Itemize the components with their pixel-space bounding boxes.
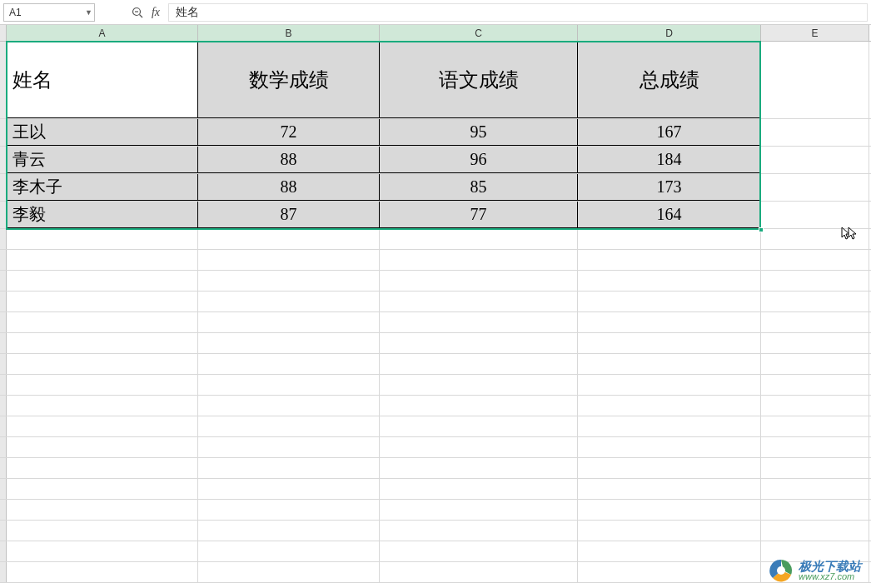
empty-cell[interactable] bbox=[380, 416, 578, 436]
row-header[interactable] bbox=[0, 147, 7, 173]
row-header[interactable] bbox=[0, 202, 7, 228]
row-header[interactable] bbox=[0, 250, 7, 270]
empty-cell[interactable] bbox=[761, 119, 869, 146]
empty-cell[interactable] bbox=[198, 416, 380, 436]
cell-math[interactable]: 88 bbox=[198, 174, 380, 201]
row-header[interactable] bbox=[0, 416, 7, 436]
empty-cell[interactable] bbox=[7, 333, 198, 353]
row-header[interactable] bbox=[0, 42, 7, 118]
empty-cell[interactable] bbox=[198, 250, 380, 270]
selection-fill-handle[interactable] bbox=[759, 227, 764, 232]
empty-cell[interactable] bbox=[380, 458, 578, 478]
row-header[interactable] bbox=[0, 437, 7, 457]
empty-cell[interactable] bbox=[578, 521, 761, 541]
empty-cell[interactable] bbox=[761, 437, 869, 457]
row-header[interactable] bbox=[0, 229, 7, 249]
empty-cell[interactable] bbox=[380, 354, 578, 374]
empty-cell[interactable] bbox=[7, 375, 198, 395]
cell-chinese[interactable]: 95 bbox=[380, 119, 578, 146]
header-chinese[interactable]: 语文成绩 bbox=[380, 42, 578, 118]
empty-cell[interactable] bbox=[761, 333, 869, 353]
row-header[interactable] bbox=[0, 562, 7, 582]
empty-cell[interactable] bbox=[7, 521, 198, 541]
col-header-d[interactable]: D bbox=[578, 25, 761, 41]
empty-cell[interactable] bbox=[380, 396, 578, 416]
empty-cell[interactable] bbox=[7, 396, 198, 416]
row-header[interactable] bbox=[0, 375, 7, 395]
empty-cell[interactable] bbox=[380, 312, 578, 332]
empty-cell[interactable] bbox=[7, 500, 198, 520]
empty-cell[interactable] bbox=[761, 250, 869, 270]
empty-cell[interactable] bbox=[7, 312, 198, 332]
empty-cell[interactable] bbox=[380, 521, 578, 541]
empty-cell[interactable] bbox=[198, 500, 380, 520]
row-header[interactable] bbox=[0, 541, 7, 561]
empty-cell[interactable] bbox=[761, 521, 869, 541]
row-header[interactable] bbox=[0, 521, 7, 541]
name-box[interactable]: A1 ▼ bbox=[3, 3, 95, 22]
row-header[interactable] bbox=[0, 333, 7, 353]
empty-cell[interactable] bbox=[198, 354, 380, 374]
empty-cell[interactable] bbox=[380, 375, 578, 395]
empty-cell[interactable] bbox=[380, 479, 578, 499]
empty-cell[interactable] bbox=[578, 312, 761, 332]
empty-cell[interactable] bbox=[198, 312, 380, 332]
empty-cell[interactable] bbox=[7, 562, 198, 582]
empty-cell[interactable] bbox=[198, 562, 380, 582]
empty-cell[interactable] bbox=[198, 271, 380, 291]
select-all-corner[interactable] bbox=[0, 25, 7, 41]
cell-chinese[interactable]: 96 bbox=[380, 147, 578, 173]
empty-cell[interactable] bbox=[578, 458, 761, 478]
row-header[interactable] bbox=[0, 312, 7, 332]
empty-cell[interactable] bbox=[578, 541, 761, 561]
empty-cell[interactable] bbox=[198, 437, 380, 457]
row-header[interactable] bbox=[0, 119, 7, 146]
empty-cell[interactable] bbox=[380, 437, 578, 457]
empty-cell[interactable] bbox=[7, 541, 198, 561]
empty-cell[interactable] bbox=[761, 479, 869, 499]
row-header[interactable] bbox=[0, 292, 7, 311]
empty-cell[interactable] bbox=[380, 250, 578, 270]
empty-cell[interactable] bbox=[578, 354, 761, 374]
empty-cell[interactable] bbox=[761, 500, 869, 520]
empty-cell[interactable] bbox=[761, 42, 869, 118]
cell-math[interactable]: 72 bbox=[198, 119, 380, 146]
empty-cell[interactable] bbox=[761, 396, 869, 416]
empty-cell[interactable] bbox=[198, 333, 380, 353]
cell-math[interactable]: 87 bbox=[198, 202, 380, 228]
cell-name[interactable]: 王以 bbox=[7, 119, 198, 146]
cell-chinese[interactable]: 77 bbox=[380, 202, 578, 228]
formula-input[interactable]: 姓名 bbox=[168, 3, 868, 22]
cell-name[interactable]: 青云 bbox=[7, 147, 198, 173]
header-name[interactable]: 姓名 bbox=[7, 42, 198, 118]
empty-cell[interactable] bbox=[7, 437, 198, 457]
empty-cell[interactable] bbox=[7, 271, 198, 291]
row-header[interactable] bbox=[0, 271, 7, 291]
cell-total[interactable]: 173 bbox=[578, 174, 761, 201]
empty-cell[interactable] bbox=[761, 202, 869, 228]
empty-cell[interactable] bbox=[198, 229, 380, 249]
empty-cell[interactable] bbox=[7, 479, 198, 499]
col-header-e[interactable]: E bbox=[761, 25, 869, 41]
empty-cell[interactable] bbox=[578, 500, 761, 520]
empty-cell[interactable] bbox=[578, 416, 761, 436]
cell-total[interactable]: 184 bbox=[578, 147, 761, 173]
zoom-out-icon[interactable] bbox=[128, 3, 147, 22]
cell-math[interactable]: 88 bbox=[198, 147, 380, 173]
empty-cell[interactable] bbox=[578, 229, 761, 249]
empty-cell[interactable] bbox=[761, 147, 869, 173]
empty-cell[interactable] bbox=[761, 312, 869, 332]
header-math[interactable]: 数学成绩 bbox=[198, 42, 380, 118]
empty-cell[interactable] bbox=[7, 292, 198, 311]
empty-cell[interactable] bbox=[380, 333, 578, 353]
empty-cell[interactable] bbox=[7, 458, 198, 478]
empty-cell[interactable] bbox=[578, 250, 761, 270]
row-header[interactable] bbox=[0, 479, 7, 499]
empty-cell[interactable] bbox=[761, 271, 869, 291]
cell-chinese[interactable]: 85 bbox=[380, 174, 578, 201]
empty-cell[interactable] bbox=[198, 292, 380, 311]
header-total[interactable]: 总成绩 bbox=[578, 42, 761, 118]
cell-name[interactable]: 李木子 bbox=[7, 174, 198, 201]
empty-cell[interactable] bbox=[7, 416, 198, 436]
empty-cell[interactable] bbox=[7, 229, 198, 249]
